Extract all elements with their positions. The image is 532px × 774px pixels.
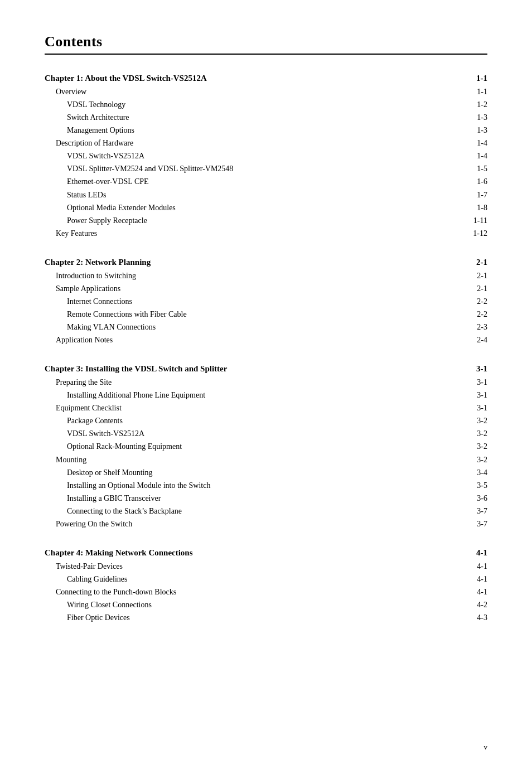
toc-entry-page: 1-3 (465, 124, 487, 137)
chapter-2-page: 2-1 (465, 255, 487, 269)
toc-entry-text: Equipment Checklist (45, 401, 465, 414)
toc-entry-text: Installing a GBIC Transceiver (45, 492, 465, 505)
toc-entry-text: Power Supply Receptacle (45, 214, 465, 227)
chapter-1-label: Chapter 1: About the VDSL Switch-VS2512A (45, 71, 465, 85)
toc-entry-text: Installing an Optional Module into the S… (45, 479, 465, 492)
toc-entry: Fiber Optic Devices4-3 (45, 611, 487, 624)
chapter-3-section: Chapter 3: Installing the VDSL Switch an… (45, 362, 487, 530)
toc-entry-text: Remote Connections with Fiber Cable (45, 308, 465, 321)
toc-entry-page: 3-4 (465, 466, 487, 479)
chapter-3-heading: Chapter 3: Installing the VDSL Switch an… (45, 362, 487, 376)
toc-entry: VDSL Technology1-2 (45, 98, 487, 111)
toc-entry: VDSL Switch-VS2512A3-2 (45, 427, 487, 440)
toc-entry-page: 3-7 (465, 517, 487, 530)
title-divider (45, 54, 487, 55)
toc-entry-text: Application Notes (45, 333, 465, 346)
toc-entry: Preparing the Site3-1 (45, 376, 487, 389)
toc-entry-text: Switch Architecture (45, 111, 465, 124)
toc-entry-page: 1-6 (465, 175, 487, 188)
toc-entry: Powering On the Switch3-7 (45, 517, 487, 530)
toc-entry-page: 1-5 (465, 162, 487, 175)
toc-entry-page: 4-1 (465, 560, 487, 573)
toc-entry-text: VDSL Switch-VS2512A (45, 427, 465, 440)
toc-entry-page: 1-4 (465, 137, 487, 149)
toc-entry-page: 3-7 (465, 505, 487, 517)
toc-entry: Connecting to the Punch-down Blocks4-1 (45, 586, 487, 598)
toc-entry-text: Fiber Optic Devices (45, 611, 465, 624)
toc-entry: Power Supply Receptacle1-11 (45, 214, 487, 227)
toc-entry-page: 1-7 (465, 188, 487, 201)
toc-entry-text: Mounting (45, 453, 465, 466)
toc-entry: Remote Connections with Fiber Cable2-2 (45, 308, 487, 321)
toc-entry: Installing an Optional Module into the S… (45, 479, 487, 492)
toc-entry-page: 4-1 (465, 573, 487, 586)
toc-entry: Mounting3-2 (45, 453, 487, 466)
toc-entry-page: 3-5 (465, 479, 487, 492)
toc-entry-text: Description of Hardware (45, 137, 465, 149)
toc-entry-page: 3-6 (465, 492, 487, 505)
toc-entry: Twisted-Pair Devices4-1 (45, 560, 487, 573)
toc-entry-page: 3-2 (465, 414, 487, 427)
toc-entry: VDSL Splitter-VM2524 and VDSL Splitter-V… (45, 162, 487, 175)
toc-entry-text: Internet Connections (45, 295, 465, 308)
toc-entry-text: Management Options (45, 124, 465, 137)
toc-entry: Status LEDs1-7 (45, 188, 487, 201)
toc-entry-page: 4-2 (465, 598, 487, 611)
chapter-1-page: 1-1 (465, 71, 487, 85)
toc-entry-page: 1-8 (465, 201, 487, 214)
toc-entry-text: Status LEDs (45, 188, 465, 201)
toc-entry-page: 3-1 (465, 389, 487, 401)
toc-entry: Ethernet-over-VDSL CPE1-6 (45, 175, 487, 188)
toc-entry-text: Key Features (45, 227, 465, 240)
chapter-1-section: Chapter 1: About the VDSL Switch-VS2512A… (45, 71, 487, 240)
toc-entry-page: 2-4 (465, 333, 487, 346)
toc-entry: Making VLAN Connections2-3 (45, 321, 487, 333)
toc-entry: VDSL Switch-VS2512A1-4 (45, 149, 487, 162)
toc-entry-text: VDSL Splitter-VM2524 and VDSL Splitter-V… (45, 162, 465, 175)
toc-entry: Sample Applications2-1 (45, 282, 487, 295)
toc-entry-text: Twisted-Pair Devices (45, 560, 465, 573)
toc-entry-text: Connecting to the Stack’s Backplane (45, 505, 465, 517)
toc-entry-page: 3-2 (465, 427, 487, 440)
toc-entry-text: Wiring Closet Connections (45, 598, 465, 611)
chapter-1-heading: Chapter 1: About the VDSL Switch-VS2512A… (45, 71, 487, 85)
toc-entry-page: 2-2 (465, 295, 487, 308)
toc-container: Chapter 1: About the VDSL Switch-VS2512A… (45, 71, 487, 624)
toc-entry: Wiring Closet Connections4-2 (45, 598, 487, 611)
page-footer: v (484, 743, 488, 752)
toc-entry: Desktop or Shelf Mounting3-4 (45, 466, 487, 479)
toc-entry-page: 2-1 (465, 269, 487, 282)
toc-entry: Management Options1-3 (45, 124, 487, 137)
toc-entry-text: Connecting to the Punch-down Blocks (45, 586, 465, 598)
toc-entry-text: Sample Applications (45, 282, 465, 295)
toc-entry-text: Optional Media Extender Modules (45, 201, 465, 214)
toc-entry-text: Cabling Guidelines (45, 573, 465, 586)
toc-entry-text: Desktop or Shelf Mounting (45, 466, 465, 479)
toc-entry: Package Contents3-2 (45, 414, 487, 427)
toc-entry: Internet Connections2-2 (45, 295, 487, 308)
toc-entry: Connecting to the Stack’s Backplane3-7 (45, 505, 487, 517)
toc-entry-page: 1-12 (465, 227, 487, 240)
chapter-3-label: Chapter 3: Installing the VDSL Switch an… (45, 362, 465, 376)
toc-entry-page: 1-11 (465, 214, 487, 227)
toc-entry: Equipment Checklist3-1 (45, 401, 487, 414)
chapter-2-label: Chapter 2: Network Planning (45, 255, 465, 269)
toc-entry-page: 3-1 (465, 376, 487, 389)
toc-entry-page: 2-1 (465, 282, 487, 295)
toc-entry: Optional Rack-Mounting Equipment3-2 (45, 440, 487, 453)
toc-entry-page: 4-3 (465, 611, 487, 624)
toc-entry-page: 3-2 (465, 453, 487, 466)
toc-entry-text: Package Contents (45, 414, 465, 427)
toc-entry: Overview1-1 (45, 85, 487, 98)
toc-entry-page: 3-2 (465, 440, 487, 453)
toc-entry-text: Ethernet-over-VDSL CPE (45, 175, 465, 188)
toc-entry-text: Introduction to Switching (45, 269, 465, 282)
toc-entry-text: Making VLAN Connections (45, 321, 465, 333)
toc-entry-text: Installing Additional Phone Line Equipme… (45, 389, 465, 401)
toc-entry-page: 2-2 (465, 308, 487, 321)
chapter-2-section: Chapter 2: Network Planning2-1Introducti… (45, 255, 487, 346)
toc-entry-text: Overview (45, 85, 465, 98)
chapter-4-heading: Chapter 4: Making Network Connections4-1 (45, 546, 487, 560)
page-title: Contents (45, 33, 487, 50)
chapter-4-label: Chapter 4: Making Network Connections (45, 546, 465, 560)
